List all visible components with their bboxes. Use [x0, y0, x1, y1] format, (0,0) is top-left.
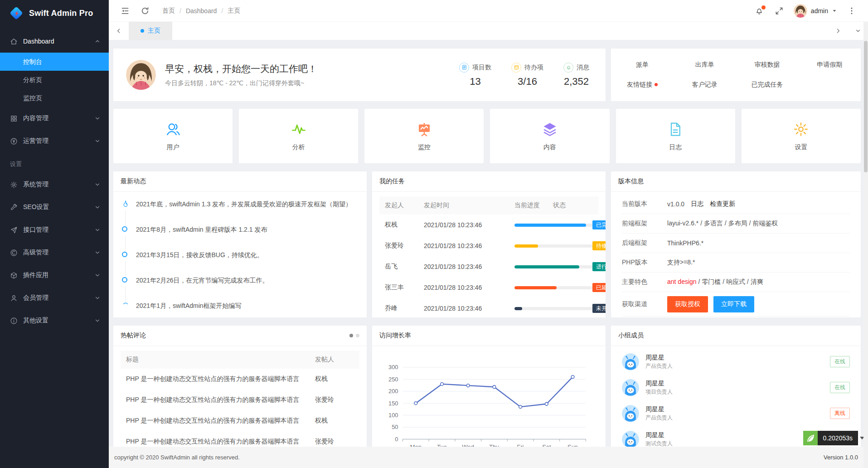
changelog-link[interactable]: 日志 [691, 200, 703, 208]
breadcrumb-home[interactable]: 首页 [162, 7, 175, 15]
dashboard-submenu: 控制台 分析页 监控页 [0, 53, 109, 107]
welcome-stats: 项目数 13 待办项 3/16 消息 [459, 63, 593, 88]
sidebar-item-member-mgmt[interactable]: 会员管理 [0, 287, 109, 309]
svg-text:Sun: Sun [567, 444, 578, 447]
shortcut-monitor[interactable]: 监控 [364, 109, 484, 163]
sidebar-item-label: 其他设置 [23, 317, 94, 325]
notifications-bell-icon[interactable] [755, 6, 764, 15]
quick-action-completed-tasks[interactable]: 已完成任务 [736, 81, 799, 89]
chevron-up-icon [94, 38, 101, 44]
quick-action-leave-request[interactable]: 申请假期 [798, 61, 861, 69]
news-timeline: 2021年底，swiftAdmin 1.3 发布，并发展成最受欢迎的极速开发框架… [113, 192, 367, 317]
sidebar-item-content-mgmt[interactable]: 内容管理 [0, 107, 109, 130]
table-row[interactable]: PHP 是一种创建动态交互性站点的强有力的服务器端脚本语言张爱玲 [121, 431, 359, 447]
sidebar-item-plugins[interactable]: 插件应用 [0, 264, 109, 287]
member-avatar [622, 405, 639, 422]
check-update-link[interactable]: 检查更新 [710, 200, 735, 208]
table-header-row: 发起人发起时间 当前进度状态 [379, 196, 598, 214]
status-badge: 进行中 [592, 262, 606, 271]
sidebar-item-dashboard[interactable]: Dashboard [0, 30, 109, 53]
sidebar-item-system-mgmt[interactable]: 系统管理 [0, 173, 109, 196]
currency-circle-icon [10, 249, 18, 257]
tab-home[interactable]: 主页 [129, 22, 172, 40]
quick-action-customer-records[interactable]: 客户记录 [674, 81, 736, 89]
timeline-item: 2021年1月，swiftAdmin框架开始编写 [121, 301, 359, 317]
version-row-frontend: 前端框架 layui-v2.6.* / 多语言 / 多布局 / 前端鉴权 [622, 214, 850, 234]
carousel-dot[interactable] [349, 334, 353, 337]
users-icon [165, 121, 181, 137]
welcome-greeting: 早安，权栈，开始您一天的工作吧！ [165, 63, 317, 75]
sidebar-item-label: Dashboard [23, 38, 94, 45]
quick-action-dispatch[interactable]: 派单 [611, 61, 674, 69]
progress-bar [514, 286, 592, 289]
stat-value: 13 [459, 76, 491, 88]
fullscreen-icon[interactable] [775, 6, 784, 15]
sidebar-item-seo-settings[interactable]: SEO设置 [0, 196, 109, 219]
svg-text:250: 250 [388, 376, 398, 383]
tabs-scroll-right-icon[interactable] [828, 22, 848, 40]
topbar: 首页 / Dashboard / 主页 admin [109, 0, 868, 22]
shortcut-settings[interactable]: 设置 [742, 109, 861, 163]
download-button[interactable]: 立即下载 [713, 296, 754, 312]
sidebar-item-other-settings[interactable]: 其他设置 [0, 309, 109, 332]
sidebar-item-monitor-page[interactable]: 监控页 [0, 89, 109, 107]
app-logo[interactable]: Swift Admin Pro [0, 0, 109, 26]
collapse-sidebar-icon[interactable] [121, 6, 130, 15]
tasks-card: 我的任务 发起人发起时间 当前进度状态 权栈2021/01/28 10:23:4… [372, 171, 606, 317]
stat-projects: 项目数 13 [459, 63, 491, 88]
card-title: 我的任务 [379, 177, 405, 185]
file-icon [667, 121, 684, 137]
calendar-icon [511, 63, 521, 73]
shortcut-logs[interactable]: 日志 [616, 109, 735, 163]
home-icon [10, 38, 18, 45]
table-row: 乔峰2021/01/28 10:23:46 未开始 [379, 298, 598, 317]
sidebar-item-api-mgmt[interactable]: 接口管理 [0, 219, 109, 241]
table-row[interactable]: PHP 是一种创建动态交互性站点的强有力的服务器端脚本语言权栈 [121, 369, 359, 390]
sidebar-item-analysis-page[interactable]: 分析页 [0, 71, 109, 89]
svg-text:Sat: Sat [542, 444, 551, 447]
refresh-icon[interactable] [141, 6, 150, 15]
table-row[interactable]: PHP 是一种创建动态交互性站点的强有力的服务器端脚本语言权栈 [121, 410, 359, 431]
scrollbar[interactable] [863, 22, 868, 468]
debug-time: 0.202053s [818, 431, 858, 445]
circle-icon [122, 277, 127, 283]
breadcrumb-dashboard[interactable]: Dashboard [186, 7, 217, 15]
notification-dot [655, 83, 658, 86]
table-row: 权栈2021/01/28 10:23:46 已完成 [379, 214, 598, 235]
quick-action-outbound[interactable]: 出库单 [674, 61, 736, 69]
grid-icon [10, 115, 18, 122]
scrollbar-thumb[interactable] [864, 41, 868, 172]
sidebar-item-console[interactable]: 控制台 [0, 53, 109, 71]
shortcut-analysis[interactable]: 分析 [239, 109, 358, 163]
main-content: 早安，权栈，开始您一天的工作吧！ 今日多云转阴，18℃ - 22℃，出门记得穿外… [109, 40, 868, 447]
chevron-down-icon [94, 317, 101, 324]
shortcut-users[interactable]: 用户 [113, 109, 233, 163]
get-license-button[interactable]: 获取授权 [667, 296, 708, 312]
chevron-down-icon [94, 115, 101, 122]
breadcrumb-current[interactable]: 主页 [228, 7, 240, 15]
gear-icon [793, 121, 809, 137]
app-root: Swift Admin Pro Dashboard 控制台 分析页 监控页 内容… [0, 0, 868, 468]
quick-action-friend-links[interactable]: 友情链接 [611, 81, 674, 89]
status-badge: 离线 [830, 408, 850, 419]
copyright-text: copyright © 2020 SwiftAdmin all rights r… [114, 454, 240, 461]
stat-messages: 消息 2,352 [563, 63, 589, 88]
hot-posts-table: 标题发帖人 PHP 是一种创建动态交互性站点的强有力的服务器端脚本语言权栈 PH… [113, 346, 367, 447]
user-menu[interactable]: admin [794, 4, 837, 18]
tabs-scroll-left-icon[interactable] [109, 22, 129, 40]
sidebar-item-operation-mgmt[interactable]: 运营管理 [0, 130, 109, 152]
more-menu-icon[interactable] [847, 6, 856, 15]
version-row-channel: 获取渠道 获取授权 立即下载 [622, 292, 850, 317]
version-card: 版本信息 当前版本 v1.0.0 日志 检查更新 前端框架 layui-v2.6… [611, 171, 861, 317]
quick-action-review-data[interactable]: 审核数据 [736, 61, 799, 69]
sidebar-item-advanced-mgmt[interactable]: 高级管理 [0, 241, 109, 264]
shortcut-content[interactable]: 内容 [490, 109, 609, 163]
app-title: Swift Admin Pro [29, 9, 93, 18]
sidebar-item-label: 系统管理 [23, 180, 94, 189]
carousel-dot[interactable] [356, 334, 359, 337]
table-row[interactable]: PHP 是一种创建动态交互性站点的强有力的服务器端脚本语言张爱玲 [121, 390, 359, 410]
svg-text:100: 100 [388, 412, 398, 419]
timeline-item: 2021年3月15日，接收反馈BUG，持续优化。 [121, 250, 359, 275]
thinkphp-debug-badge[interactable]: 0.202053s [803, 431, 864, 445]
members-card: 小组成员 周星星产品负责人 在线 周星星项目负责人 在线 周星星产品负责人 [611, 326, 861, 447]
